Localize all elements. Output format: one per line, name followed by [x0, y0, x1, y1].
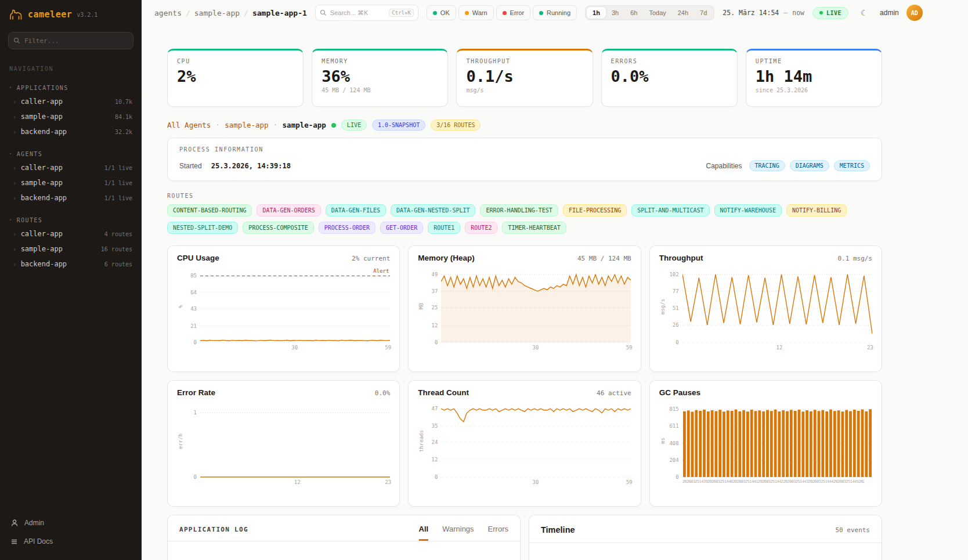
- stat-card-cpu: CPU2%: [167, 49, 304, 107]
- log-tab-all[interactable]: All: [419, 525, 429, 541]
- stat-card-label: ERRORS: [611, 58, 728, 64]
- route-pill-error-handling-test[interactable]: ERROR-HANDLING-TEST: [480, 204, 558, 216]
- live-toggle[interactable]: LIVE: [812, 7, 848, 19]
- sidebar-item-routes-caller-app[interactable]: ›caller-app4 routes: [0, 226, 142, 241]
- capabilities-label: Capabilities: [706, 162, 742, 170]
- route-pill-split-and-multicast[interactable]: SPLIT-AND-MULTICAST: [631, 204, 709, 216]
- time-range-today[interactable]: Today: [643, 7, 671, 19]
- log-tab-warnings[interactable]: Warnings: [442, 525, 474, 541]
- app-name: cameleer: [28, 9, 72, 20]
- y-axis-tick-label: 85: [190, 273, 197, 279]
- chart-card-throughput: Throughput0.1 msg/smsg/s10277512601223: [649, 245, 882, 372]
- app-logo[interactable]: cameleer v3.2.1: [0, 0, 142, 25]
- sidebar-item-routes-backend-app[interactable]: ›backend-app6 routes: [0, 256, 142, 272]
- chart-y-unit-label: %: [177, 269, 184, 344]
- sidebar-section-label: ROUTES: [17, 217, 43, 223]
- chevron-right-icon: ›: [13, 231, 17, 237]
- sidebar-item-label: sample-app: [21, 245, 63, 253]
- context-crumb-all-agents[interactable]: All Agents: [167, 121, 211, 129]
- breadcrumb-sample-app-1: sample-app-1: [252, 9, 307, 17]
- time-range-24h[interactable]: 24h: [672, 7, 694, 19]
- y-axis-tick-label: 21: [190, 323, 197, 329]
- sidebar-footer-admin[interactable]: Admin: [0, 514, 142, 532]
- status-dot-warn: [465, 11, 469, 15]
- route-pill-process-composite[interactable]: PROCESS-COMPOSITE: [243, 222, 313, 234]
- sidebar-section-label: AGENTS: [17, 151, 43, 157]
- route-pill-route2[interactable]: ROUTE2: [465, 222, 497, 234]
- route-pill-process-order[interactable]: PROCESS-ORDER: [319, 222, 375, 234]
- timeline-event-count: 50 events: [835, 526, 870, 534]
- chart-current-value: 0.1 msg/s: [837, 255, 872, 262]
- log-tab-errors[interactable]: Errors: [488, 525, 508, 541]
- chevron-right-icon: ›: [13, 246, 17, 252]
- sidebar-item-agents-caller-app[interactable]: ›caller-app1/1 live: [0, 160, 142, 175]
- sidebar: cameleer v3.2.1 NAVIGATION ▾APPLICATIONS…: [0, 0, 142, 560]
- capability-pill-tracing: TRACING: [749, 160, 785, 171]
- sidebar-section-header-applications[interactable]: ▾APPLICATIONS: [0, 80, 142, 94]
- chart-canvas: [200, 404, 390, 478]
- sidebar-item-applications-backend-app[interactable]: ›backend-app32.2k: [0, 124, 142, 139]
- chart-current-value: 0.0%: [375, 389, 391, 397]
- sidebar-item-agents-sample-app[interactable]: ›sample-app1/1 live: [0, 175, 142, 190]
- chevron-right-icon: ›: [13, 261, 17, 268]
- status-filter-running[interactable]: Running: [533, 5, 577, 20]
- route-pill-notify-warehouse[interactable]: NOTIFY-WAREHOUSE: [714, 204, 782, 216]
- sidebar-item-applications-sample-app[interactable]: ›sample-app84.1k: [0, 109, 142, 124]
- breadcrumb-separator: /: [244, 9, 248, 17]
- chart-card-thread-count: Thread Count46 activethreads473524120305…: [408, 380, 641, 507]
- route-pill-file-processing[interactable]: FILE-PROCESSING: [563, 204, 627, 216]
- sidebar-section-header-agents[interactable]: ▾AGENTS: [0, 146, 142, 160]
- context-crumb-sample-app[interactable]: sample-app: [225, 121, 268, 129]
- y-axis-tick-label: 49: [431, 272, 438, 277]
- status-filter-label: Warn: [472, 9, 487, 16]
- time-range-6h[interactable]: 6h: [624, 7, 643, 19]
- sidebar-filter-input[interactable]: [8, 32, 133, 49]
- breadcrumb-sample-app[interactable]: sample-app: [194, 9, 240, 17]
- search-shortcut-kbd: Ctrl+K: [389, 9, 414, 17]
- breadcrumb-agents[interactable]: agents: [154, 9, 182, 17]
- chart-title: GC Pauses: [659, 388, 700, 397]
- route-pill-route1[interactable]: ROUTE1: [428, 222, 460, 234]
- chart-y-axis: 10: [184, 404, 200, 478]
- search-input[interactable]: Search... ⌘K Ctrl+K: [315, 5, 418, 21]
- y-axis-tick-label: 47: [431, 406, 438, 411]
- chart-card-gc-pauses: GC Pausesms81561140820402026032514392026…: [649, 380, 882, 507]
- status-filter-error[interactable]: Error: [496, 5, 530, 20]
- stat-card-value: 2%: [177, 67, 294, 85]
- search-icon: [13, 37, 20, 44]
- route-pill-content-based-routing[interactable]: CONTENT-BASED-ROUTING: [167, 204, 252, 216]
- route-pill-timer-heartbeat[interactable]: TIMER-HEARTBEAT: [502, 222, 566, 234]
- sidebar-item-badge: 1/1 live: [104, 180, 132, 186]
- y-axis-tick-label: 408: [669, 440, 678, 446]
- sidebar-item-label: caller-app: [21, 97, 63, 106]
- dark-mode-toggle[interactable]: ☾: [856, 5, 872, 21]
- status-filter-ok[interactable]: OK: [427, 5, 456, 20]
- time-range-3h[interactable]: 3h: [606, 7, 624, 19]
- time-range-1h[interactable]: 1h: [587, 7, 606, 19]
- stat-card-label: THROUGHPUT: [466, 58, 583, 64]
- x-axis-tick-label: 30: [533, 345, 539, 351]
- route-pill-notify-billing[interactable]: NOTIFY-BILLING: [786, 204, 847, 216]
- route-pill-data-gen-orders[interactable]: DATA-GEN-ORDERS: [257, 204, 320, 216]
- route-pill-data-gen-nested-split[interactable]: DATA-GEN-NESTED-SPLIT: [391, 204, 475, 216]
- sidebar-item-routes-sample-app[interactable]: ›sample-app16 routes: [0, 241, 142, 256]
- sidebar-navigation: ▾APPLICATIONS›caller-app10.7k›sample-app…: [0, 73, 142, 272]
- chevron-right-icon: ›: [13, 195, 17, 201]
- status-filter-warn[interactable]: Warn: [458, 5, 494, 20]
- sidebar-item-applications-caller-app[interactable]: ›caller-app10.7k: [0, 94, 142, 109]
- chart-title: Thread Count: [418, 388, 469, 397]
- time-range-display[interactable]: 25. März 14:54 – now: [723, 9, 804, 17]
- route-pill-nested-split-demo[interactable]: NESTED-SPLIT-DEMO: [167, 222, 238, 234]
- sidebar-section-header-routes[interactable]: ▾ROUTES: [0, 212, 142, 226]
- time-range-7d[interactable]: 7d: [694, 7, 713, 19]
- sidebar-footer-api-docs[interactable]: API Docs: [0, 532, 142, 551]
- sidebar-item-agents-backend-app[interactable]: ›backend-app1/1 live: [0, 190, 142, 205]
- sidebar-footer-label: API Docs: [24, 537, 53, 545]
- y-axis-tick-label: 0: [435, 339, 438, 345]
- timeline-title: Timeline: [541, 525, 575, 534]
- avatar[interactable]: AD: [906, 5, 923, 21]
- x-axis-tick-label: 30: [291, 345, 298, 351]
- route-pill-get-order[interactable]: GET-ORDER: [380, 222, 423, 234]
- route-pill-data-gen-files[interactable]: DATA-GEN-FILES: [326, 204, 386, 216]
- capability-pill-group: TRACINGDIAGRAMSMETRICS: [749, 160, 870, 171]
